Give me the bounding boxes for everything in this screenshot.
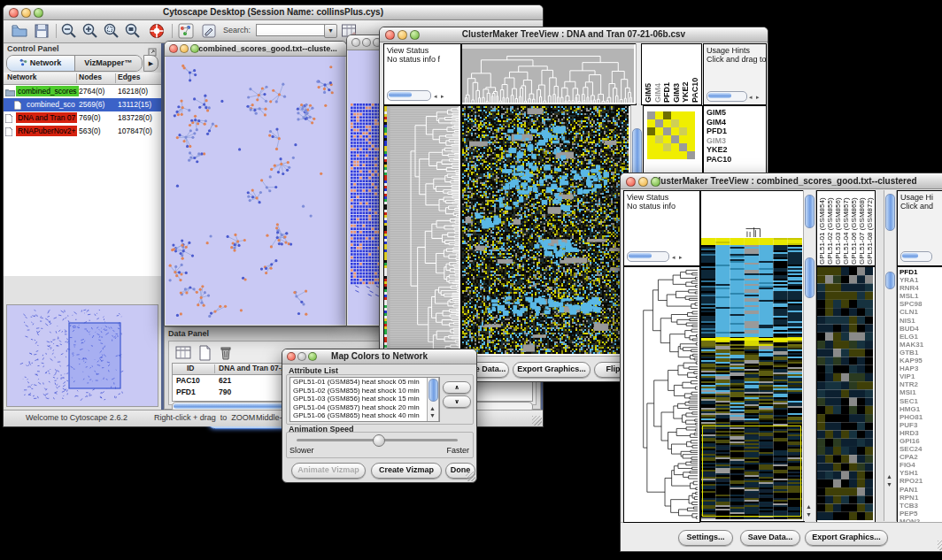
tv2-right-vscrollbar[interactable]: ▲ ▼ [884,190,897,521]
attribute-list-item[interactable]: GPL51-03 (GSM856) heat shock 15 min [290,395,439,403]
control-panel-title: Control Panel [7,44,59,53]
attribute-list-vscrollbar[interactable]: ▲ ▼ [427,378,439,421]
float-panel-icon[interactable] [148,44,157,53]
tab-overflow-button[interactable]: ▶ [143,55,158,72]
gene-label: HAP3 [898,364,942,372]
tv2-hints-scrollbar[interactable] [900,251,932,262]
tv2-row-dendrogram[interactable] [623,266,700,523]
minimize-icon[interactable] [180,44,189,53]
tv2-settings-button[interactable]: Settings... [678,530,733,546]
zoom-window-icon[interactable] [308,352,317,361]
scroll-right-icon[interactable]: ▸ [441,92,444,101]
tv2-heatmap-vscrollbar[interactable]: ▲ ▼ [803,190,816,521]
zoom-out-icon[interactable] [60,22,78,40]
tv1-row-dendrogram[interactable] [383,105,461,357]
close-icon[interactable] [626,177,636,187]
open-file-icon[interactable] [11,22,28,40]
resize-grip[interactable] [532,416,542,426]
minimize-icon[interactable] [362,38,371,47]
datacol-id[interactable]: ID [187,364,195,372]
zoom-window-icon[interactable] [190,44,199,53]
resize-grip[interactable] [466,472,475,481]
tv1-status-scrollbar[interactable] [387,90,431,101]
col-network[interactable]: Network [7,73,37,81]
scroll-down-icon[interactable]: ▼ [886,481,892,488]
main-title-bar[interactable]: Cytoscape Desktop (Session Name: collins… [4,5,543,20]
scroll-left-icon[interactable]: ◂ [434,92,437,101]
tv1-heatmap[interactable] [461,105,631,357]
attribute-list-item[interactable]: GPL51-01 (GSM854) heat shock 05 min [290,378,439,387]
save-icon[interactable] [33,22,50,40]
network-window-title-bar[interactable]: combined_scores_good.txt--cluste... [165,42,346,57]
trash-icon[interactable] [217,344,235,362]
table-row[interactable]: RNAPuberNov2+563(0)107847(0) [4,125,161,138]
attribute-list[interactable]: GPL51-01 (GSM854) heat shock 05 minGPL51… [290,377,440,422]
table-row[interactable]: DNA and Tran 07769(0)183728(0) [4,111,161,125]
zoom-window-icon[interactable] [34,8,43,18]
animate-vizmap-button[interactable]: Animate Vizmap [291,463,366,479]
view-status-title: View Status [627,193,668,202]
zoom-window-icon[interactable] [410,30,420,40]
close-icon[interactable] [287,352,296,361]
zoom-window-icon[interactable] [651,177,660,187]
zoom-fit-icon[interactable] [124,22,142,40]
scroll-left-icon[interactable]: ◂ [672,253,676,262]
zoom-selected-icon[interactable] [103,22,120,40]
table-icon[interactable] [174,344,192,362]
scroll-up-icon[interactable]: ▲ [886,473,892,480]
minimize-icon[interactable] [638,177,648,187]
treeview2-title-bar[interactable]: ClusterMaker TreeView : combined_scores_… [621,173,942,189]
scroll-up-icon[interactable]: ▲ [806,503,812,510]
attribute-list-item[interactable]: GPL51-02 (GSM855) heat shock 10 min [290,387,439,395]
scroll-up-icon[interactable]: ▲ [429,405,436,412]
move-up-button[interactable]: ∧ [443,381,471,394]
minimize-icon[interactable] [297,352,306,361]
tv2-export-graphics-button[interactable]: Export Graphics... [805,530,888,546]
close-icon[interactable] [169,44,178,53]
tv2-save-data-button[interactable]: Save Data... [740,530,800,546]
scroll-down-icon[interactable]: ▼ [429,412,436,419]
help-lifesaver-icon[interactable] [148,22,166,40]
scroll-left-icon[interactable]: ◂ [749,93,753,102]
scroll-down-icon[interactable]: ▼ [806,511,812,518]
close-icon[interactable] [385,30,395,40]
create-vizmap-button[interactable]: Create Vizmap [371,463,442,479]
attribute-list-item[interactable]: GPL51-04 (GSM857) heat shock 20 min [290,403,439,412]
network-canvas[interactable] [166,57,345,325]
attribute-list-item[interactable]: GPL51-07 (GSM868) heat shock 60 min [290,420,439,422]
tab-vizmapper[interactable]: VizMapper™ [75,56,143,71]
zoom-in-icon[interactable] [81,22,99,40]
scroll-right-icon[interactable]: ▸ [679,253,683,262]
animation-speed-slider[interactable] [297,439,458,441]
new-file-icon[interactable] [196,344,213,362]
search-input[interactable] [256,24,325,36]
col-edges[interactable]: Edges [118,73,141,81]
table-row[interactable]: combined_sco2569(6)13112(15) [4,98,161,111]
heatmap-column-label: GPL51-08 (GSM872) [866,192,874,265]
col-nodes[interactable]: Nodes [79,73,102,81]
close-icon[interactable] [351,38,360,47]
tv2-status-scrollbar[interactable] [627,251,669,262]
minimize-icon[interactable] [21,8,31,18]
tab-network[interactable]: Network [7,56,75,71]
minimize-icon[interactable] [398,30,407,40]
tv2-zoom-heatmap[interactable] [816,266,876,523]
vizmapper-icon[interactable] [177,22,195,40]
tv1-export-graphics-button[interactable]: Export Graphics... [513,362,591,378]
search-dropdown-button[interactable]: ▼ [324,24,337,38]
table-row[interactable]: combined_scores2764(0)16218(0) [4,85,161,98]
treeview1-title-bar[interactable]: ClusterMaker TreeView : DNA and Tran 07-… [380,27,768,42]
annotation-icon[interactable] [200,22,218,40]
tv1-column-dendrogram[interactable] [461,43,637,105]
dialog-title-bar[interactable]: Map Colors to Network [282,349,476,364]
attribute-list-item[interactable]: GPL51-06 (GSM865) heat shock 40 min [290,411,439,420]
tv1-hints-scrollbar[interactable] [706,91,747,102]
close-icon[interactable] [9,8,19,18]
birdseye-view[interactable] [6,304,158,407]
tv2-heatmap[interactable] [700,238,805,522]
move-down-button[interactable]: ∨ [443,395,471,408]
scroll-right-icon[interactable]: ▸ [756,93,760,102]
slider-thumb[interactable] [373,434,385,447]
resize-grip[interactable] [938,541,942,550]
tv2-column-dendrogram[interactable] [700,190,805,240]
